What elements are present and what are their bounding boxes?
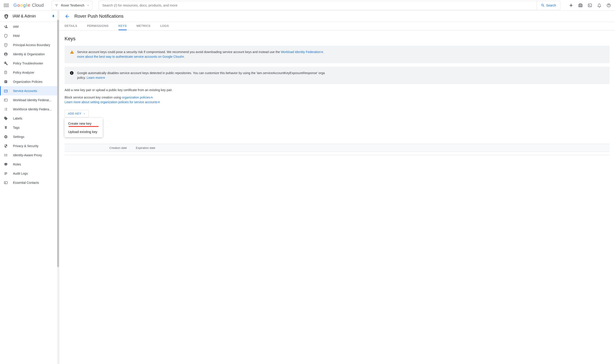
- add-key-button[interactable]: ADD KEY: [65, 110, 89, 117]
- auth-best-way-link[interactable]: more about the best way to authenticate …: [77, 55, 184, 58]
- upload-existing-key-item[interactable]: Upload existing key: [65, 128, 103, 136]
- google-cloud-logo[interactable]: Google Cloud: [14, 3, 44, 8]
- tab-metrics[interactable]: METRICS: [137, 22, 150, 30]
- back-arrow-icon[interactable]: [65, 14, 70, 19]
- svg-rect-11: [4, 99, 7, 101]
- col-creation-date: Creation date: [109, 146, 127, 150]
- list-box-icon: [4, 79, 8, 84]
- list-lines-icon: [4, 107, 8, 112]
- search-button[interactable]: Search: [536, 1, 560, 10]
- tab-logs[interactable]: LOGS: [160, 22, 169, 30]
- info-banner: i Google automatically disables service …: [65, 67, 610, 84]
- block-text-2: .: [153, 96, 153, 99]
- tab-details[interactable]: DETAILS: [65, 22, 77, 30]
- search-input[interactable]: [99, 3, 536, 7]
- badge-icon: [4, 89, 8, 93]
- sidebar-scrollbar[interactable]: [57, 11, 59, 364]
- sidebar-item-label: Privacy & Security: [13, 144, 39, 148]
- sidebar-item-pam[interactable]: PAM: [0, 31, 57, 40]
- workload-identity-link[interactable]: Workload Identity Federation⧉: [281, 50, 323, 54]
- sidebar-item-iam[interactable]: IAM: [0, 22, 57, 31]
- keys-table-header: Creation date Expiration date: [65, 144, 610, 152]
- sidebar-item-audit-logs[interactable]: Audit Logs: [0, 169, 57, 178]
- content: Keys Service account keys could pose a s…: [59, 30, 615, 364]
- sidebar-title: IAM & Admin: [13, 14, 48, 19]
- svg-point-18: [5, 182, 6, 183]
- svg-point-1: [57, 4, 57, 5]
- info-text-1: Google automatically disables service ac…: [77, 71, 325, 75]
- sidebar-item-policy-analyzer[interactable]: Policy Analyzer: [0, 68, 57, 77]
- svg-rect-12: [5, 99, 6, 100]
- sidebar-item-identity-organization[interactable]: Identity & Organization: [0, 50, 57, 59]
- sidebar-header: IAM & Admin: [0, 11, 59, 22]
- top-header: Google Cloud Rover Testbench Search: [0, 0, 615, 11]
- sidebar-item-label: Principal Access Boundary: [13, 43, 50, 47]
- sidebar-item-service-accounts[interactable]: Service Accounts: [0, 86, 57, 95]
- sidebar-item-principal-access-boundary[interactable]: Principal Access Boundary: [0, 40, 57, 50]
- main-area: Rover Push Notifications DETAILSPERMISSI…: [59, 11, 615, 364]
- contact-card-icon: [4, 181, 8, 185]
- sidebar-item-label: Audit Logs: [13, 172, 28, 175]
- learn-more-org-policies-link[interactable]: Learn more about setting organization po…: [65, 100, 160, 104]
- project-selector[interactable]: Rover Testbench: [52, 1, 92, 10]
- warning-text-1: Service account keys could pose a securi…: [77, 50, 281, 54]
- sidebar-item-label: Essential Contacts: [13, 181, 39, 184]
- info-circle-icon: i: [70, 71, 73, 75]
- sidebar-item-organization-policies[interactable]: Organization Policies: [0, 77, 57, 86]
- search-button-label: Search: [546, 4, 556, 7]
- sidebar-item-label: Labels: [13, 117, 22, 120]
- org-policies-link[interactable]: organization policies⧉: [122, 96, 153, 99]
- external-link-icon: ⧉: [103, 76, 105, 79]
- doc-search-icon: [4, 70, 8, 75]
- gemini-sparkle-icon[interactable]: [568, 3, 574, 8]
- sidebar-item-policy-troubleshooter[interactable]: Policy Troubleshooter: [0, 59, 57, 68]
- external-link-icon: ⧉: [151, 96, 153, 99]
- sidebar-item-roles[interactable]: Roles: [0, 160, 57, 169]
- sidebar-item-label: Policy Analyzer: [13, 71, 34, 74]
- add-key-label: ADD KEY: [68, 112, 81, 115]
- sidebar-item-label: Identity-Aware Proxy: [13, 153, 42, 157]
- bookmark-icon: [4, 125, 8, 130]
- sidebar-item-workload-identity-federat[interactable]: Workload Identity Federat...: [0, 95, 57, 104]
- svg-rect-14: [6, 154, 7, 155]
- pin-icon[interactable]: [51, 14, 55, 18]
- sidebar-items[interactable]: IAMPAMPrincipal Access BoundaryIdentity …: [0, 22, 59, 364]
- svg-rect-17: [4, 181, 7, 184]
- sidebar-item-privacy-security[interactable]: Privacy & Security: [0, 141, 57, 150]
- sidebar-scroll-thumb[interactable]: [57, 20, 59, 267]
- create-new-key-item[interactable]: Create new key: [65, 119, 103, 128]
- lines-icon: [4, 171, 8, 176]
- main-header: Rover Push Notifications: [59, 11, 615, 22]
- wrench-icon: [4, 61, 8, 65]
- sidebar-item-workforce-identity-federa[interactable]: Workforce Identity Federa...: [0, 104, 57, 114]
- search-bar: Search: [99, 1, 560, 10]
- tab-permissions[interactable]: PERMISSIONS: [87, 22, 109, 30]
- sidebar-item-label: Service Accounts: [13, 89, 37, 93]
- sidebar-item-labels[interactable]: Labels: [0, 114, 57, 123]
- tag-icon: [4, 116, 8, 121]
- svg-point-6: [6, 15, 7, 16]
- info-text-2: policy.: [77, 76, 87, 79]
- notifications-bell-icon[interactable]: [597, 3, 602, 8]
- shield-half-icon: [4, 144, 8, 148]
- learn-more-link[interactable]: Learn more⧉: [87, 76, 105, 79]
- sidebar-item-identity-aware-proxy[interactable]: Identity-Aware Proxy: [0, 150, 57, 160]
- project-dots-icon: [55, 3, 59, 7]
- shield-arrow-icon: [4, 43, 8, 47]
- sidebar-item-essential-contacts[interactable]: Essential Contacts: [0, 178, 57, 187]
- gift-icon[interactable]: [578, 3, 583, 8]
- sidebar-item-settings[interactable]: Settings: [0, 132, 57, 141]
- page-title: Rover Push Notifications: [74, 14, 123, 19]
- cloud-shell-icon[interactable]: [587, 3, 593, 8]
- hamburger-menu-icon[interactable]: [4, 3, 9, 8]
- warning-banner: Service account keys could pose a securi…: [65, 46, 610, 63]
- svg-rect-7: [5, 71, 7, 74]
- help-icon[interactable]: [606, 3, 611, 8]
- sidebar-item-tags[interactable]: Tags: [0, 123, 57, 132]
- sidebar-item-label: Policy Troubleshooter: [13, 62, 43, 65]
- svg-rect-13: [4, 154, 6, 155]
- tabs-row: DETAILSPERMISSIONSKEYSMETRICSLOGS: [59, 22, 615, 30]
- tab-keys[interactable]: KEYS: [119, 22, 127, 30]
- sidebar-item-label: IAM: [13, 25, 19, 28]
- sidebar-item-label: Workforce Identity Federa...: [13, 107, 52, 111]
